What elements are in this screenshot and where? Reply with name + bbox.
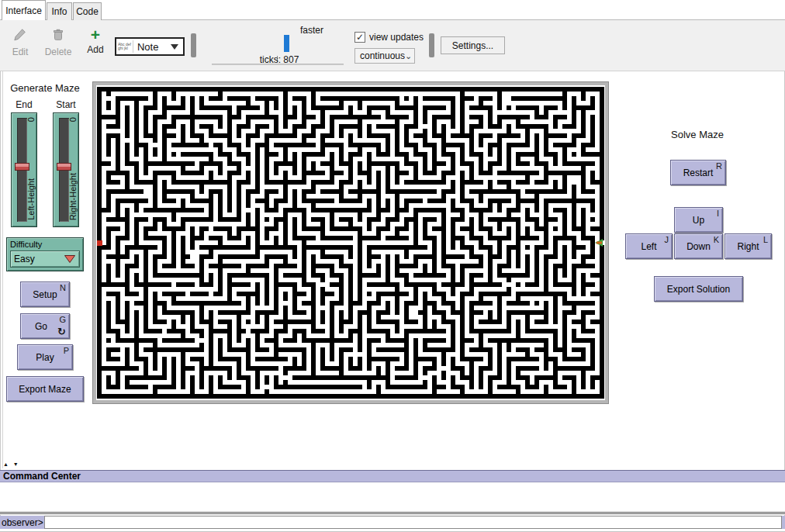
update-mode-value: continuous (360, 50, 405, 61)
restart-label: Restart (683, 168, 714, 178)
check-icon: ✓ (356, 33, 364, 42)
command-center-output[interactable] (0, 482, 785, 511)
trash-icon (51, 28, 65, 44)
up-label: Up (693, 215, 704, 226)
ticks-counter: ticks: 807 (240, 54, 318, 65)
left-key: J (665, 235, 669, 244)
interface-area-border (2, 71, 3, 468)
settings-button[interactable]: Settings... (441, 36, 505, 54)
slider-name: Right-Height (68, 173, 78, 220)
tab-interface[interactable]: Interface (2, 0, 46, 20)
delete-label: Delete (45, 47, 72, 57)
solve-maze-heading: Solve Maze (659, 129, 736, 140)
down-button[interactable]: Down K (674, 233, 723, 259)
widget-type-dropdown[interactable]: Abc def ghi jkl Note (115, 37, 185, 56)
toolbar: Edit Delete + Add Abc def ghi jkl Note (0, 20, 785, 71)
tab-code[interactable]: Code (73, 2, 102, 20)
end-label: End (9, 99, 40, 110)
export-maze-label: Export Maze (19, 384, 71, 395)
export-solution-button[interactable]: Export Solution (654, 276, 743, 302)
slider-name: Left-Height (26, 178, 36, 220)
generate-maze-heading: Generate Maze (6, 82, 84, 94)
go-label: Go (35, 321, 47, 332)
setup-label: Setup (33, 289, 57, 300)
slider-value: 0 (26, 117, 36, 122)
play-button[interactable]: Play P (17, 344, 73, 370)
maze-canvas (96, 85, 605, 400)
speed-slider-handle[interactable] (284, 35, 289, 52)
toolbar-separator-2 (429, 33, 434, 57)
left-button[interactable]: Left J (625, 233, 673, 259)
export-maze-button[interactable]: Export Maze (6, 376, 84, 402)
slider-handle[interactable] (15, 163, 29, 171)
view-updates-checkbox[interactable]: ✓ (354, 32, 365, 43)
play-key: P (64, 346, 69, 355)
down-key: K (714, 235, 719, 244)
command-center-splitter[interactable]: ▲ ▼ (3, 461, 20, 467)
restart-key: R (716, 161, 722, 171)
setup-button[interactable]: Setup N (20, 282, 70, 307)
command-center-title: Command Center (3, 471, 81, 482)
update-mode-select[interactable]: continuous ⌄ (354, 48, 415, 64)
right-button[interactable]: Right L (724, 233, 772, 259)
difficulty-chooser[interactable]: Difficulty Easy (6, 237, 84, 271)
tab-info[interactable]: Info (47, 2, 72, 20)
restart-button[interactable]: Restart R (670, 160, 726, 185)
add-button[interactable]: + Add (84, 28, 107, 55)
command-center-divider[interactable] (0, 511, 785, 515)
settings-label: Settings... (452, 40, 493, 51)
setup-key: N (60, 283, 66, 292)
go-key: G (59, 315, 66, 324)
toolbar-separator (191, 33, 196, 57)
up-key: I (717, 209, 719, 218)
delete-button[interactable]: Delete (41, 28, 75, 57)
slider-value: 0 (68, 117, 78, 122)
chevron-down-icon: ⌄ (405, 51, 412, 61)
right-key: L (763, 235, 768, 244)
dropdown-arrow-icon (171, 44, 178, 50)
left-height-slider[interactable]: 0 Left-Height (11, 112, 37, 227)
right-label: Right (737, 241, 759, 252)
view-updates-label: view updates (369, 32, 424, 43)
plus-icon: + (91, 28, 100, 42)
left-label: Left (641, 241, 656, 252)
widget-preview-icon: Abc def ghi jkl (116, 40, 133, 53)
pencil-icon (13, 28, 27, 44)
tab-bar: Interface Info Code (0, 0, 785, 20)
add-label: Add (87, 44, 103, 55)
down-label: Down (686, 241, 711, 252)
window-bottom-strip (0, 529, 785, 532)
edit-label: Edit (12, 47, 29, 57)
difficulty-value-box[interactable]: Easy (10, 250, 80, 268)
netlogo-window: Interface Info Code Edit Delete + Add (0, 0, 785, 532)
slider-handle[interactable] (57, 163, 71, 171)
speed-faster-label: faster (289, 25, 335, 36)
go-button[interactable]: Go G ↻ (20, 313, 70, 339)
observer-prompt-label: observer> (2, 517, 43, 528)
edit-button[interactable]: Edit (6, 28, 34, 57)
up-button[interactable]: Up I (674, 207, 723, 233)
difficulty-value: Easy (14, 254, 35, 264)
right-height-slider[interactable]: 0 Right-Height (53, 112, 79, 227)
world-view[interactable] (93, 82, 608, 403)
start-label: Start (50, 99, 81, 110)
forever-icon: ↻ (57, 326, 66, 337)
difficulty-label: Difficulty (10, 240, 80, 249)
chooser-triangle-icon (64, 254, 76, 264)
export-solution-label: Export Solution (667, 284, 730, 295)
widget-type-value: Note (133, 41, 171, 53)
command-center-header[interactable]: Command Center (0, 470, 785, 482)
play-label: Play (36, 352, 54, 363)
command-input[interactable] (44, 516, 782, 529)
